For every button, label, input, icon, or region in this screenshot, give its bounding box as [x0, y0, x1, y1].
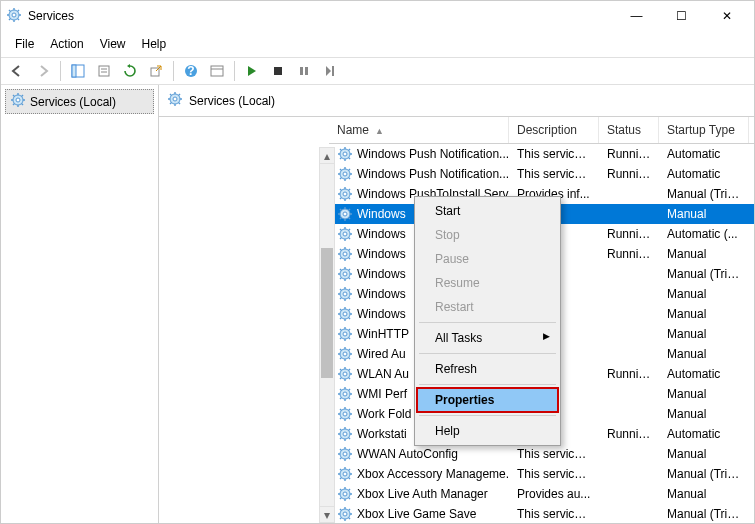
content-header: Services (Local): [159, 85, 754, 117]
scroll-down-button[interactable]: ▾: [320, 506, 334, 522]
svg-rect-12: [99, 66, 109, 76]
cell-name: WWAN AutoConfig: [357, 447, 458, 461]
content-title: Services (Local): [189, 94, 275, 108]
cell-name: Windows: [357, 307, 406, 321]
service-row[interactable]: Windows Push Notification...This service…: [329, 164, 754, 184]
tree-item-services-local[interactable]: Services (Local): [5, 89, 154, 114]
ctx-divider: [419, 353, 556, 354]
cell-startup: Manual: [659, 447, 749, 461]
col-startup-type[interactable]: Startup Type: [659, 117, 749, 143]
minimize-button[interactable]: —: [614, 1, 659, 31]
cell-description: This service ...: [509, 507, 599, 521]
gear-icon: [337, 506, 353, 522]
cell-startup: Automatic: [659, 147, 749, 161]
cell-startup: Manual: [659, 307, 749, 321]
col-description[interactable]: Description: [509, 117, 599, 143]
cell-status: Running: [599, 147, 659, 161]
gear-icon: [337, 406, 353, 422]
gear-icon: [337, 326, 353, 342]
ctx-restart: Restart: [417, 295, 558, 319]
sort-asc-icon: ▲: [375, 126, 384, 136]
menu-help[interactable]: Help: [134, 33, 175, 55]
cell-name: Windows: [357, 267, 406, 281]
maximize-button[interactable]: ☐: [659, 1, 704, 31]
cell-name: Xbox Accessory Manageme...: [357, 467, 509, 481]
show-hide-tree-button[interactable]: [66, 60, 90, 82]
service-row[interactable]: Windows Push Notification...This service…: [329, 144, 754, 164]
col-status[interactable]: Status: [599, 117, 659, 143]
start-service-button[interactable]: [240, 60, 264, 82]
close-button[interactable]: ✕: [704, 1, 749, 31]
service-row[interactable]: Xbox Live Auth ManagerProvides au...Manu…: [329, 484, 754, 504]
cell-status: Running: [599, 367, 659, 381]
svg-rect-11: [72, 65, 76, 77]
scroll-thumb[interactable]: [321, 248, 333, 378]
export-button[interactable]: [144, 60, 168, 82]
context-menu: Start Stop Pause Resume Restart All Task…: [414, 196, 561, 446]
gear-icon: [337, 166, 353, 182]
menu-file[interactable]: File: [7, 33, 42, 55]
nav-forward-button[interactable]: [31, 60, 55, 82]
service-row[interactable]: WWAN AutoConfigThis service ...Manual: [329, 444, 754, 464]
ctx-divider: [419, 322, 556, 323]
title-bar: Services — ☐ ✕: [1, 1, 754, 31]
menu-view[interactable]: View: [92, 33, 134, 55]
cell-name: Xbox Live Game Save: [357, 507, 476, 521]
svg-rect-21: [300, 67, 303, 75]
scroll-up-button[interactable]: ▴: [320, 148, 334, 164]
service-row[interactable]: Xbox Live Game SaveThis service ...Manua…: [329, 504, 754, 523]
properties-button[interactable]: [92, 60, 116, 82]
refresh-button[interactable]: [118, 60, 142, 82]
gear-icon: [337, 426, 353, 442]
ctx-all-tasks[interactable]: All Tasks: [417, 326, 558, 350]
cell-status: Running: [599, 427, 659, 441]
menu-action[interactable]: Action: [42, 33, 91, 55]
gear-icon: [337, 386, 353, 402]
pause-service-button[interactable]: [292, 60, 316, 82]
console-button[interactable]: [205, 60, 229, 82]
gear-icon: [10, 92, 26, 111]
cell-startup: Manual: [659, 407, 749, 421]
gear-icon: [337, 266, 353, 282]
cell-startup: Manual: [659, 347, 749, 361]
cell-startup: Manual: [659, 207, 749, 221]
stop-service-button[interactable]: [266, 60, 290, 82]
service-row[interactable]: Xbox Accessory Manageme...This service .…: [329, 464, 754, 484]
help-button[interactable]: ?: [179, 60, 203, 82]
svg-rect-22: [305, 67, 308, 75]
cell-name: Windows Push Notification...: [357, 147, 509, 161]
cell-name: Windows: [357, 207, 406, 221]
ctx-refresh[interactable]: Refresh: [417, 357, 558, 381]
ctx-help[interactable]: Help: [417, 419, 558, 443]
gear-icon: [337, 346, 353, 362]
gear-icon: [337, 306, 353, 322]
ctx-properties[interactable]: Properties: [417, 388, 558, 412]
cell-startup: Manual (Trig...: [659, 267, 749, 281]
cell-name: Wired Au: [357, 347, 406, 361]
restart-service-button[interactable]: [318, 60, 342, 82]
tree-pane: Services (Local): [1, 85, 159, 523]
scrollbar[interactable]: ▴ ▾: [319, 147, 335, 523]
cell-status: Running: [599, 227, 659, 241]
gear-icon: [167, 91, 183, 110]
cell-startup: Manual (Trig...: [659, 507, 749, 521]
svg-rect-23: [332, 66, 334, 76]
window-title: Services: [28, 9, 614, 23]
cell-description: This service ...: [509, 167, 599, 181]
ctx-resume: Resume: [417, 271, 558, 295]
gear-icon: [337, 186, 353, 202]
nav-back-button[interactable]: [5, 60, 29, 82]
col-name[interactable]: Name▲: [329, 117, 509, 143]
ctx-start[interactable]: Start: [417, 199, 558, 223]
cell-startup: Automatic: [659, 167, 749, 181]
svg-text:?: ?: [187, 64, 194, 78]
menu-bar: File Action View Help: [1, 31, 754, 57]
gear-icon: [337, 146, 353, 162]
gear-icon: [337, 486, 353, 502]
svg-rect-20: [274, 67, 282, 75]
cell-name: WinHTTP: [357, 327, 409, 341]
gear-icon: [337, 446, 353, 462]
cell-name: Windows Push Notification...: [357, 167, 509, 181]
cell-startup: Automatic: [659, 427, 749, 441]
cell-name: Windows: [357, 247, 406, 261]
